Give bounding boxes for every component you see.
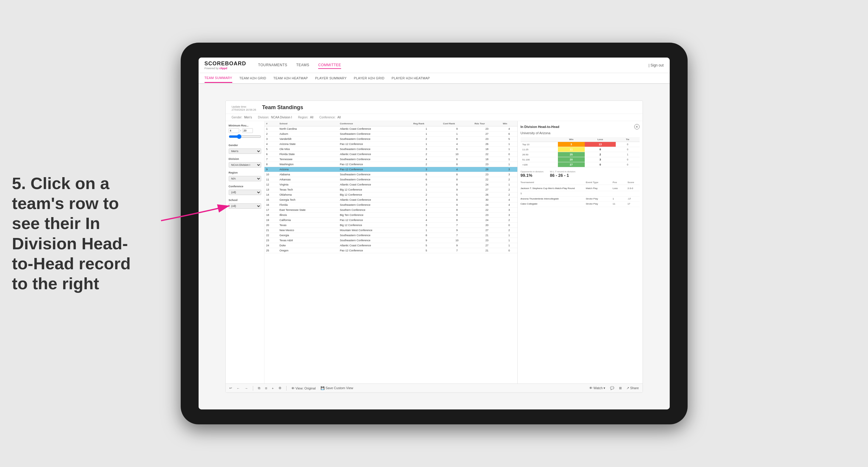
table-row[interactable]: 19 California Pac-12 Conference 4 8 24 2: [265, 218, 517, 223]
table-row[interactable]: 23 Texas A&M Southeastern Conference 9 1…: [265, 238, 517, 243]
table-row[interactable]: 14 Oklahoma Big 12 Conference 2 5 26 2: [265, 192, 517, 197]
table-row[interactable]: 21 New Mexico Mountain West Conference 1…: [265, 228, 517, 233]
col-num: #: [265, 121, 278, 126]
tournament-type: Stroke Play: [586, 203, 613, 205]
paste-btn[interactable]: ⧈: [265, 386, 267, 390]
table-row[interactable]: 2 Auburn Southeastern Conference 1 1 27 …: [265, 131, 517, 136]
sidebar-filters: Minimum Rou... - Gender Men's: [226, 121, 265, 383]
min-rounds-filter-group: Minimum Rou... -: [229, 124, 261, 140]
table-row[interactable]: 5 Ole Miss Southeastern Conference 3 6 1…: [265, 147, 517, 152]
sub-nav-team-h2h-grid[interactable]: TEAM H2H GRID: [240, 74, 266, 82]
nav-teams[interactable]: TEAMS: [296, 62, 309, 69]
cell-school: Texas A&M: [278, 238, 338, 243]
undo-btn[interactable]: ↩: [229, 386, 232, 390]
cell-rds: 23: [473, 136, 501, 142]
redo-left-btn[interactable]: ←: [237, 386, 240, 390]
sub-nav-player-h2h-heatmap[interactable]: PLAYER H2H HEATMAP: [392, 74, 430, 82]
cell-reg-rank: 1: [411, 213, 441, 218]
table-row[interactable]: 11 Arkansas Southeastern Conference 6 8 …: [265, 177, 517, 182]
tournament-score: 17: [628, 203, 640, 205]
cell-conference: Southern Conference: [338, 208, 411, 213]
tournament-row: Cabo Collegiate Stroke Play 11 17: [521, 201, 640, 207]
h2h-loss: 0: [585, 162, 616, 167]
cell-conference: Southeastern Conference: [338, 157, 411, 162]
copy-btn[interactable]: ⧉: [258, 386, 260, 390]
conference-value: All: [337, 116, 341, 119]
sign-out[interactable]: | Sign out: [649, 63, 663, 67]
cell-win: 4: [501, 203, 517, 208]
min-rounds-slider[interactable]: [229, 134, 261, 139]
sub-nav-player-summary[interactable]: PLAYER SUMMARY: [315, 74, 347, 82]
sidebar-conference-select[interactable]: (All): [229, 190, 261, 195]
watch-btn[interactable]: 👁 Watch ▾: [589, 386, 605, 390]
sub-nav-team-summary[interactable]: TEAM SUMMARY: [205, 74, 232, 83]
tournament-score: 2-3-0: [628, 187, 640, 190]
table-row[interactable]: 1 North Carolina Atlantic Coast Conferen…: [265, 126, 517, 131]
cell-school: Alabama: [278, 172, 338, 177]
cell-win: 1: [501, 233, 517, 238]
cell-school: Texas: [278, 223, 338, 228]
cell-conf-rank: 6: [441, 147, 473, 152]
table-row[interactable]: 6 Florida State Atlantic Coast Conferenc…: [265, 152, 517, 157]
table-row[interactable]: 3 Vanderbilt Southeastern Conference 2 8…: [265, 136, 517, 142]
h2h-tie: 0: [616, 157, 639, 162]
view-original-btn[interactable]: 👁 View: Original: [291, 386, 316, 390]
cell-num: 19: [265, 218, 278, 223]
cell-num: 15: [265, 197, 278, 203]
table-row[interactable]: 7 Tennessee Southeastern Conference 4 6 …: [265, 157, 517, 162]
sub-nav-team-h2h-heatmap[interactable]: TEAM H2H HEATMAP: [273, 74, 308, 82]
grid-btn[interactable]: ⊞: [619, 386, 622, 390]
table-row[interactable]: 13 Texas Tech Big 12 Conference 1 9 27 2: [265, 187, 517, 192]
save-custom-btn[interactable]: 💾 Save Custom View: [320, 386, 353, 390]
nav-committee[interactable]: COMMITTEE: [318, 62, 341, 69]
table-row[interactable]: 9 Arizona Pac-12 Conference 3 4 28 3: [265, 167, 517, 172]
cell-conf-rank: 4: [441, 167, 473, 172]
wlt-value: 86 - 26 - 1: [550, 173, 576, 178]
min-rounds-max-input[interactable]: [242, 128, 253, 133]
table-row[interactable]: 18 Illinois Big Ten Conference 1 9 23 3: [265, 213, 517, 218]
conference-filter-group: Conference (All): [229, 185, 261, 195]
sidebar-school-select[interactable]: (All): [229, 204, 261, 209]
cell-rds: 21: [473, 233, 501, 238]
sidebar-gender-select[interactable]: Men's: [229, 149, 261, 154]
tournament-row: Arizona Thunderbirds Intercollegiate Str…: [521, 196, 640, 201]
tournament-section: Tournament Event Type Pos Score Jackson …: [521, 180, 640, 207]
table-row[interactable]: 15 Georgia Tech Atlantic Coast Conferenc…: [265, 197, 517, 203]
cell-num: 1: [265, 126, 278, 131]
settings-btn[interactable]: ⚙: [279, 386, 281, 390]
min-rounds-input[interactable]: [229, 128, 239, 133]
nav-tournaments[interactable]: TOURNAMENTS: [258, 62, 287, 69]
sidebar-region-select[interactable]: N/A: [229, 176, 261, 181]
tournament-name: Cabo Collegiate: [521, 203, 586, 206]
cell-reg-rank: 1: [411, 131, 441, 136]
cell-conference: Southeastern Conference: [338, 147, 411, 152]
add-btn[interactable]: +: [272, 386, 274, 390]
table-row[interactable]: 20 Texas Big 12 Conference 3 7 20 0: [265, 223, 517, 228]
h2h-close-btn[interactable]: ✕: [634, 124, 640, 129]
table-row[interactable]: 8 Washington Pac-12 Conference 2 8 23 1: [265, 162, 517, 167]
sub-nav-player-h2h-grid[interactable]: PLAYER H2H GRID: [354, 74, 385, 82]
cell-num: 2: [265, 131, 278, 136]
h2h-tie: 0: [616, 162, 639, 167]
sidebar-division-select[interactable]: NCAA Division I: [229, 162, 261, 167]
cell-win: 1: [501, 147, 517, 152]
cell-rds: 20: [473, 223, 501, 228]
table-row[interactable]: 17 East Tennessee State Southern Confere…: [265, 208, 517, 213]
share-btn[interactable]: ↗ Share: [626, 386, 639, 390]
table-row[interactable]: 24 Duke Atlantic Coast Conference 5 9 27…: [265, 243, 517, 248]
table-row[interactable]: 4 Arizona State Pac-12 Conference 1 4 26…: [265, 142, 517, 147]
table-row[interactable]: 12 Virginia Atlantic Coast Conference 3 …: [265, 182, 517, 187]
table-row[interactable]: 22 Georgia Southeastern Conference 8 7 2…: [265, 233, 517, 238]
table-row[interactable]: 10 Alabama Southeastern Conference 5 8 2…: [265, 172, 517, 177]
h2h-range: >100: [521, 162, 558, 167]
comment-btn[interactable]: 💬: [610, 386, 614, 390]
cell-conf-rank: 8: [441, 208, 473, 213]
toolbar-sep-1: [253, 386, 253, 391]
table-row[interactable]: 25 Oregon Pac-12 Conference 5 7 21 0: [265, 248, 517, 253]
cell-win: 1: [501, 157, 517, 162]
redo-right-btn[interactable]: →: [245, 386, 248, 390]
col-rds: Rds Tour: [473, 121, 501, 126]
bottom-toolbar: ↩ ← → ⧉ ⧈ + ⚙ 👁 View: Original 💾 Save Cu…: [226, 383, 643, 393]
table-row[interactable]: 16 Florida Southeastern Conference 7 9 2…: [265, 203, 517, 208]
cell-conf-rank: 9: [441, 243, 473, 248]
